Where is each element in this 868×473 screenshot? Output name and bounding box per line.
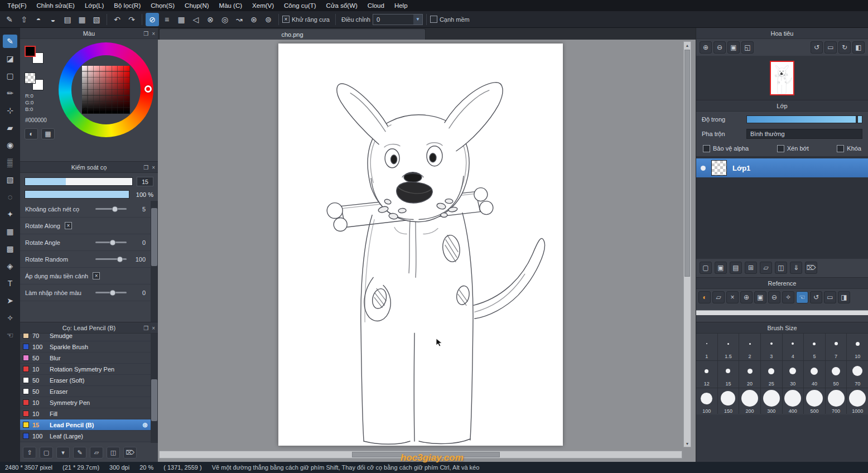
merge-down-icon[interactable]: ⇓ [790,262,802,274]
curve-snap-icon[interactable]: ↝ [233,13,246,26]
menu-item-c-ng-c-t-[interactable]: Công cụ(T) [279,0,321,11]
menu-item-help[interactable]: Help [389,0,413,11]
mini-slider[interactable] [95,292,127,293]
slider-knob[interactable] [112,206,118,212]
layer-opacity-slider[interactable] [746,115,862,123]
export-icon[interactable]: ⇧ [17,13,31,26]
menu-item-b-l-c-r-[interactable]: Bộ lọc(R) [109,0,146,11]
zoom-in-icon[interactable]: ⊕ [740,291,753,303]
hand-tool[interactable]: ☜ [3,329,17,342]
layer-panel-header[interactable]: Lớp [696,100,868,112]
slider-knob[interactable] [117,256,123,262]
radial-snap-icon[interactable]: ⊛ [247,13,261,26]
redo-icon[interactable]: ↷ [125,13,138,26]
rect-tool[interactable]: ▢ [3,69,17,83]
drawing-canvas[interactable] [278,44,563,446]
menu-item-m-u-c-[interactable]: Màu (C) [214,0,248,11]
palette-toggle-icon[interactable]: ▦ [41,128,55,139]
brush-item[interactable]: 100Leaf (Large) [20,431,151,442]
mini-slider[interactable] [95,208,127,210]
clear-image-icon[interactable]: × [726,291,739,303]
scroll-up-icon[interactable]: ▲ [684,42,691,49]
brush-size-option[interactable]: 300 [761,388,782,415]
layer-option-icon[interactable]: ⊞ [745,262,757,274]
clipping-checkbox[interactable] [777,145,784,152]
magic-wand-tool[interactable]: ✦ [3,207,17,221]
scrollbar-thumb[interactable] [684,50,690,277]
eyedropper-tool[interactable]: ✧ [3,311,17,325]
brush-setting-row[interactable]: Rotate Angle0 [20,234,151,251]
zoom-out-icon[interactable]: ⊖ [713,41,726,54]
brush-size-option[interactable]: 3 [761,334,782,360]
brush-size-option[interactable]: 10 [847,334,868,360]
brush-size-header[interactable]: Brush Size [696,322,868,334]
open-image-icon[interactable]: ▱ [712,291,725,303]
brush-size-option[interactable]: 5 [804,334,825,360]
gradient-tool[interactable]: ▒ [3,156,17,169]
text-tool[interactable]: T [3,277,17,290]
transparent-color-swatch[interactable] [25,73,36,84]
cloud-upload-brush-icon[interactable]: ⇧ [23,447,36,458]
brush-size-option[interactable]: 15 [718,361,739,388]
navigator-viewport[interactable] [696,56,868,100]
sv-cursor[interactable] [83,108,88,113]
slider-knob[interactable] [109,289,115,296]
brush-size-option[interactable]: 150 [718,388,739,415]
brush-item[interactable]: 100Sparkle Brush [20,341,151,353]
brush-control-header[interactable]: Kiểm soát cọ ❐ × [20,162,158,173]
menu-item-ch-n-s-[interactable]: Chọn(S) [146,0,180,11]
brush-size-option[interactable]: 7 [826,334,847,360]
chevron-down-icon[interactable]: ▼ [413,15,422,25]
duplicate-layer-icon[interactable]: ◫ [775,262,787,274]
move-tool[interactable]: ⊹ [3,104,17,117]
hue-cursor[interactable] [144,85,152,93]
snap-settings-icon[interactable]: ⊚ [262,13,275,26]
layer-thumbnail[interactable] [711,160,727,176]
brush-size-option[interactable]: 50 [826,361,847,388]
select-pen-tool[interactable]: ▦ [3,225,17,238]
chat-icon[interactable]: ◒ [46,13,60,26]
add-1bit-layer-icon[interactable]: ▤ [730,262,742,274]
onion-skin-icon[interactable]: ◐ [698,291,711,303]
undo-icon[interactable]: ↶ [110,13,124,26]
brush-size-option[interactable]: 200 [739,388,760,415]
brush-size-option[interactable]: 1000 [847,388,868,415]
fit-window-icon[interactable]: ▣ [727,41,740,54]
brush-size-option[interactable]: 12 [696,361,717,388]
popout-icon[interactable]: ❐ [143,325,148,331]
select-eraser-tool[interactable]: ▩ [3,242,17,255]
flip-icon[interactable]: ◨ [838,291,850,303]
canvas-area[interactable]: cho.png ▲ ▼ [158,28,696,462]
close-icon[interactable]: × [152,165,155,171]
rotate-right-icon[interactable]: ↻ [838,41,851,54]
brush-setting-row[interactable]: Rotate Along× [20,218,151,234]
protect-alpha-checkbox[interactable] [703,145,710,152]
brush-tool[interactable]: ✎ [3,35,17,48]
brush-list-header[interactable]: Cọ: Lead Pencil (B) ❐ × [20,322,158,334]
document-tab[interactable]: cho.png [159,28,426,40]
freehand-mode-icon[interactable]: ⊘ [146,13,159,26]
select-tool[interactable]: ▧ [3,173,17,186]
duplicate-brush-icon[interactable]: ◫ [107,447,120,458]
zoom-in-icon[interactable]: ⊕ [700,41,712,54]
blend-mode-dropdown[interactable]: Bình thường [746,129,862,139]
reset-view-icon[interactable]: ▭ [824,41,837,54]
brush-size-value[interactable]: 15 [137,177,153,186]
soft-edge-checkbox[interactable] [430,16,437,23]
menu-item-t-p-f-[interactable]: Tệp(F) [2,0,32,11]
brush-size-option[interactable]: 70 [847,361,868,388]
canvas-vertical-scrollbar[interactable]: ▲ ▼ [683,41,691,447]
checkbox-checked-icon[interactable]: × [93,272,100,279]
popout-icon[interactable]: ❐ [143,31,148,37]
delete-brush-icon[interactable]: ⌦ [123,447,137,458]
canvas-edit-icon[interactable]: ▧ [90,13,103,26]
brush-size-option[interactable]: 1 [696,334,717,360]
scroll-down-icon[interactable]: ▼ [684,440,691,447]
scrollbar-thumb[interactable] [151,379,157,421]
menu-item-c-a-s-w-[interactable]: Cửa sổ(W) [321,0,363,11]
antialias-checkbox[interactable]: × [282,16,290,23]
bucket-tool[interactable]: ◉ [3,138,17,152]
brush-setting-row[interactable]: Làm nhập nhòe màu0 [20,284,151,301]
brush-setting-row[interactable]: Rotate Random100 [20,251,151,268]
checkbox-checked-icon[interactable]: × [65,222,72,229]
